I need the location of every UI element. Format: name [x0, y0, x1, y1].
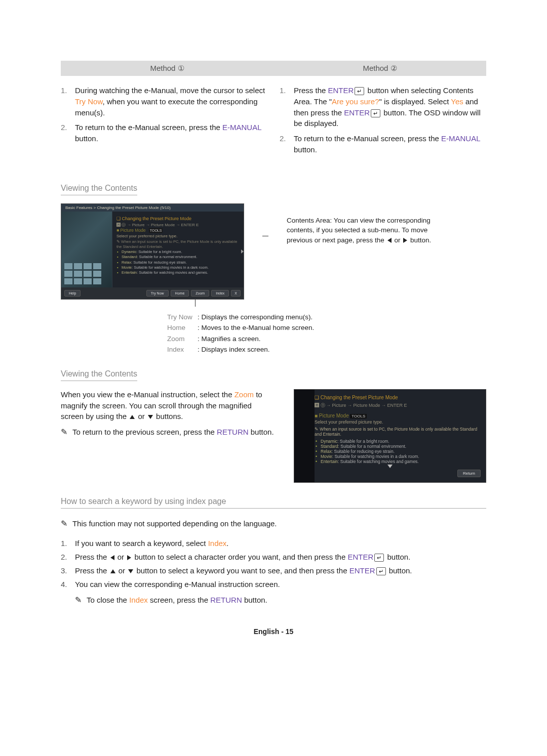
zoom-hint: Select your preferred picture type. — [315, 419, 480, 425]
mock-list-item: Movie: Suitable for watching movies in a… — [122, 265, 240, 270]
right-arrow-icon — [403, 238, 407, 243]
index-step-2: 2. Press the or button to select a chara… — [61, 550, 486, 564]
left-arrow-icon — [387, 238, 392, 243]
index-step-3: 3. Press the or button to select a keywo… — [61, 564, 486, 577]
zoom-list-item: Movie: Suitable for watching movies in a… — [321, 454, 480, 459]
section-viewing-1: Viewing the Contents — [61, 184, 137, 195]
method-2-col: 1. Press the ENTER↵ button when selectin… — [280, 85, 486, 170]
zoom-text: When you view the e-Manual instruction, … — [61, 389, 277, 438]
method-body: 1. During watching the e-Manual, move th… — [61, 85, 486, 170]
mock-h1: ❑ Changing the Preset Picture Mode — [116, 216, 240, 222]
index-step-4: 4. You can view the corresponding e-Manu… — [61, 577, 486, 591]
mock-list-item: Standard: Suitable for a normal environm… — [122, 255, 240, 260]
index-steps: 1. If you want to search a keyword, sele… — [61, 536, 486, 591]
step-number: 1. — [280, 85, 286, 96]
mock-try-button[interactable]: Try Now — [146, 290, 169, 297]
enter-icon: ↵ — [355, 87, 364, 95]
step-number: 2. — [61, 122, 67, 133]
method-1-header: Method ① — [61, 61, 274, 76]
mock-list-item: Relax: Suitable for reducing eye strain. — [122, 260, 240, 265]
step-number: 1. — [61, 85, 67, 96]
up-arrow-icon — [130, 415, 135, 419]
note-icon — [61, 519, 70, 528]
mock-thumbnail — [61, 212, 112, 287]
content-area-note: Contents Area: You can view the correspo… — [287, 216, 434, 245]
note-icon: To return to the previous screen, press … — [61, 426, 277, 438]
mock-list-item: Entertain: Suitable for watching movies … — [122, 270, 240, 275]
right-arrow-icon — [127, 555, 131, 560]
method2-step2: 2. To return to the e-Manual screen, pre… — [280, 133, 486, 155]
callout-connector — [195, 300, 196, 307]
mock-list-item: Dynamic: Suitable for a bright room. — [122, 249, 240, 255]
section-viewing-2: Viewing the Contents — [61, 369, 137, 381]
callout-line — [262, 236, 268, 236]
mock-close-button[interactable]: X — [231, 290, 241, 297]
index-lang-note: This function may not supported dependin… — [72, 519, 277, 528]
zoom-path: 🅼 ⓞ → Picture → Picture Mode → ENTER E — [315, 402, 480, 409]
mock-note: ✎ When an input source is set to PC, the… — [116, 239, 240, 249]
zoom-list-item: Entertain: Suitable for watching movies … — [321, 459, 480, 464]
step-number: 2. — [280, 133, 286, 144]
mock-breadcrumb: Basic Features > Changing the Preset Pic… — [61, 204, 244, 212]
left-arrow-icon — [110, 555, 114, 560]
enter-icon: ↵ — [374, 554, 384, 562]
down-arrow-icon — [128, 569, 133, 573]
zoom-return-button[interactable]: Return — [457, 470, 481, 477]
mock-home-button[interactable]: Home — [171, 290, 189, 297]
mock-help-button[interactable]: Help — [64, 290, 81, 297]
mock-content-area: ❑ Changing the Preset Picture Mode 🅼 ⓞ →… — [112, 212, 244, 287]
page-number: English - 15 — [61, 627, 486, 636]
section-index-search: How to search a keyword by using index p… — [61, 497, 486, 509]
footer-explanation: Try Now: Displays the corresponding menu… — [167, 312, 486, 355]
next-page-arrow-icon — [241, 249, 244, 254]
mock-sub: ■ Picture Mode — [116, 228, 146, 233]
index-step-1: 1. If you want to search a keyword, sele… — [61, 536, 486, 550]
enter-icon: ↵ — [376, 567, 386, 575]
mock-zoom-button[interactable]: Zoom — [191, 290, 209, 297]
mock-tools-badge: TOOLS — [149, 228, 163, 233]
note-icon — [75, 596, 85, 604]
zoom-note: ✎ When an input source is set to PC, the… — [315, 427, 480, 437]
method-header-row: Method ① Method ② — [61, 61, 486, 76]
method1-step1: 1. During watching the e-Manual, move th… — [61, 85, 267, 118]
zoom-tools-badge: TOOLS — [350, 414, 367, 418]
mock-index-button[interactable]: Index — [211, 290, 229, 297]
method1-step2: 2. To return to the e-Manual screen, pre… — [61, 122, 267, 144]
zoom-list-item: Dynamic: Suitable for a bright room. — [321, 439, 480, 444]
zoom-h1: ❑ Changing the Preset Picture Mode — [315, 395, 480, 400]
mock-hint: Select your preferred picture type. — [116, 234, 240, 239]
mock-emanual-screen: Basic Features > Changing the Preset Pic… — [61, 203, 244, 300]
method-1-col: 1. During watching the e-Manual, move th… — [61, 85, 267, 170]
mock-path: 🅼 ⓞ → Picture → Picture Mode → ENTER E — [116, 223, 199, 227]
method-2-header: Method ② — [274, 61, 486, 76]
mock-zoom-screen: ❑ Changing the Preset Picture Mode 🅼 ⓞ →… — [294, 389, 486, 483]
zoom-list-item: Relax: Suitable for reducing eye strain. — [321, 449, 480, 454]
enter-icon: ↵ — [371, 109, 380, 117]
zoom-list-item: Standard: Suitable for a normal environm… — [321, 444, 480, 449]
zoom-sub: ■ Picture Mode — [315, 413, 349, 418]
up-arrow-icon — [110, 569, 115, 573]
method2-step1: 1. Press the ENTER↵ button when selectin… — [280, 85, 486, 129]
mock-footer: Help Try Now Home Zoom Index X — [61, 287, 244, 299]
scroll-down-icon — [387, 465, 393, 468]
down-arrow-icon — [148, 415, 153, 419]
